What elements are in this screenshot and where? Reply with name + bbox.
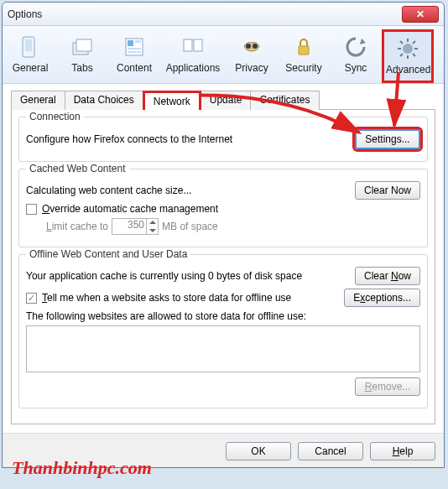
toolbar-privacy[interactable]: Privacy xyxy=(226,29,278,83)
svg-line-23 xyxy=(413,41,415,44)
toolbar-tabs[interactable]: Tabs xyxy=(56,29,108,83)
offline-usage-text: Your application cache is currently usin… xyxy=(26,270,302,282)
svg-rect-10 xyxy=(194,39,202,51)
security-icon xyxy=(280,34,327,60)
body-area: General Data Choices Network Update Cert… xyxy=(3,84,444,433)
applications-icon xyxy=(163,34,223,60)
remove-site-button[interactable]: Remove... xyxy=(355,377,420,396)
advanced-icon xyxy=(386,35,430,62)
exceptions-button[interactable]: Exceptions... xyxy=(344,289,420,307)
toolbar-advanced[interactable]: Advanced xyxy=(382,29,434,83)
svg-line-22 xyxy=(400,54,403,56)
clear-cache-button[interactable]: Clear Now xyxy=(355,181,420,200)
toolbar-sync[interactable]: Sync xyxy=(330,29,382,83)
subtabs: General Data Choices Network Update Cert… xyxy=(11,91,435,110)
group-connection: Connection Configure how Firefox connect… xyxy=(18,117,428,162)
group-title-offline: Offline Web Content and User Data xyxy=(26,248,190,260)
ok-button[interactable]: OK xyxy=(226,442,291,460)
allowed-sites-listbox[interactable] xyxy=(26,325,420,372)
privacy-icon xyxy=(228,34,275,60)
group-cached: Cached Web Content Calculating web conte… xyxy=(18,169,428,247)
svg-line-21 xyxy=(413,54,415,56)
subtab-update[interactable]: Update xyxy=(201,91,252,110)
cancel-button[interactable]: Cancel xyxy=(298,442,363,460)
settings-button[interactable]: Settings... xyxy=(355,129,420,149)
sync-icon xyxy=(332,34,379,60)
svg-rect-6 xyxy=(135,40,141,43)
cache-limit-input[interactable]: 350 xyxy=(112,218,159,235)
group-title-connection: Connection xyxy=(26,111,84,122)
svg-marker-14 xyxy=(360,39,366,44)
svg-point-11 xyxy=(246,44,251,49)
watermark: Thanhbinhpc.com xyxy=(12,457,152,479)
subtab-certificates[interactable]: Certificates xyxy=(250,91,319,110)
group-title-cached: Cached Web Content xyxy=(26,163,129,174)
tabs-icon xyxy=(59,34,106,60)
override-cache-label: Override automatic cache management xyxy=(42,203,218,215)
general-icon xyxy=(7,34,54,60)
limit-cache-suffix: MB of space xyxy=(162,221,218,232)
toolbar-general[interactable]: General xyxy=(4,29,56,83)
close-button[interactable]: ✕ xyxy=(402,6,439,23)
tellme-label: Tell me when a website asks to store dat… xyxy=(42,292,291,304)
limit-cache-label: Limit cache to xyxy=(46,221,108,232)
content-icon xyxy=(111,34,158,60)
svg-rect-7 xyxy=(128,48,141,49)
titlebar: Options ✕ xyxy=(3,3,444,26)
svg-rect-1 xyxy=(25,39,32,51)
subtab-general[interactable]: General xyxy=(11,91,65,110)
toolbar-applications[interactable]: Applications xyxy=(160,29,226,83)
cache-calc-text: Calculating web content cache size... xyxy=(26,185,191,196)
subtab-data-choices[interactable]: Data Choices xyxy=(65,91,143,110)
help-button[interactable]: Help xyxy=(370,442,435,460)
svg-rect-13 xyxy=(299,46,309,55)
clear-offline-button[interactable]: Clear Now xyxy=(355,267,420,285)
toolbar-content[interactable]: Content xyxy=(108,29,160,83)
allowed-sites-label: The following websites are allowed to st… xyxy=(26,310,306,322)
options-window: Options ✕ General Tabs Content Applica xyxy=(2,2,445,468)
tab-panel-network: Connection Configure how Firefox connect… xyxy=(11,109,435,424)
svg-line-20 xyxy=(400,41,403,44)
svg-point-15 xyxy=(403,44,413,54)
override-cache-checkbox[interactable] xyxy=(26,204,37,215)
svg-rect-5 xyxy=(128,40,133,46)
svg-rect-9 xyxy=(184,39,192,51)
subtab-network[interactable]: Network xyxy=(143,91,201,110)
window-title: Options xyxy=(8,8,402,20)
group-offline: Offline Web Content and User Data Your a… xyxy=(18,254,428,408)
tellme-checkbox[interactable] xyxy=(26,293,37,304)
toolbar-security[interactable]: Security xyxy=(278,29,330,83)
toolbar: General Tabs Content Applications Privac… xyxy=(3,26,444,84)
spinner-icon[interactable] xyxy=(146,219,158,234)
svg-rect-8 xyxy=(128,51,141,53)
connection-desc: Configure how Firefox connects to the In… xyxy=(26,133,232,145)
svg-rect-3 xyxy=(76,39,91,51)
svg-point-12 xyxy=(253,44,258,49)
